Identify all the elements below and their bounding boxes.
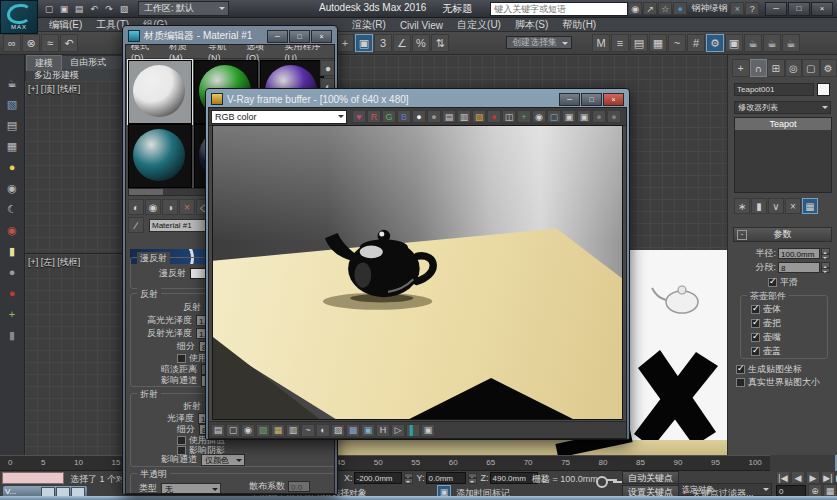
red-channel-icon[interactable]: R <box>367 110 381 123</box>
project-folder-icon[interactable]: ▧ <box>117 2 131 15</box>
user-icon[interactable]: ● <box>673 2 687 15</box>
vfb-titlebar[interactable]: V-Ray frame buffer - [100% of 640 x 480]… <box>208 91 627 107</box>
object-name-field[interactable]: Teapot001 <box>734 83 814 96</box>
curve-editor-icon[interactable]: ~ <box>668 34 686 52</box>
stack-item-teapot[interactable]: Teapot <box>735 118 831 130</box>
maximize-button[interactable]: □ <box>788 2 810 16</box>
configure-modifier-sets-icon[interactable]: ▦ <box>802 198 818 214</box>
layer-manager-icon[interactable]: ▤ <box>630 34 648 52</box>
modifier-list-dropdown[interactable]: 修改器列表 <box>734 101 831 114</box>
image-info-icon[interactable]: ▤ <box>211 424 225 437</box>
radius-spinner[interactable] <box>821 248 830 259</box>
new-scene-icon[interactable]: ▢ <box>42 2 56 15</box>
vfb-close-button[interactable]: × <box>603 93 624 106</box>
track-bar[interactable]: 0510152025303540455055606570758085909510… <box>0 455 770 471</box>
tab-display[interactable]: ▢ <box>802 59 820 77</box>
track-mouse-icon[interactable]: + <box>517 110 531 123</box>
stamp-icon[interactable]: ▢ <box>226 424 240 437</box>
remove-modifier-icon[interactable]: × <box>785 198 801 214</box>
menu-item[interactable]: Civil View <box>393 20 450 31</box>
named-selection-sets-combo[interactable]: 创建选择集 <box>506 36 572 49</box>
close-button[interactable]: × <box>811 2 833 16</box>
red-ball-icon[interactable]: ● <box>9 287 16 299</box>
vfb-maximize-button[interactable]: □ <box>581 93 602 106</box>
redo-icon[interactable]: ↷ <box>102 2 116 15</box>
object-color-swatch[interactable] <box>817 83 830 96</box>
unlink-selection-icon[interactable]: ⊗ <box>22 34 40 52</box>
sample-type-icon[interactable]: ● <box>320 60 335 76</box>
teapot-icon[interactable]: ☕ <box>7 77 17 89</box>
curves-icon[interactable]: ~ <box>301 424 315 437</box>
white-balance-icon[interactable]: ▦ <box>271 424 285 437</box>
search-icon[interactable]: ◉ <box>628 2 642 15</box>
blue-channel-icon[interactable]: B <box>397 110 411 123</box>
monochrome-icon[interactable]: ● <box>427 110 441 123</box>
render-vray-icon[interactable]: ☕ <box>782 34 800 52</box>
graphite-ribbon-icon[interactable]: ▦ <box>649 34 667 52</box>
show-end-result-icon[interactable]: ▮ <box>751 198 767 214</box>
auto-key-button[interactable]: 自动关键点 <box>622 471 679 484</box>
mirror-icon[interactable]: M <box>592 34 610 52</box>
menu-item[interactable]: 渲染(R) <box>345 18 393 32</box>
me-minimize-button[interactable]: ─ <box>267 30 288 43</box>
go-to-start-icon[interactable]: |◀ <box>776 471 790 484</box>
menu-item[interactable]: 编辑(E) <box>42 18 89 32</box>
help-icon[interactable]: ? <box>745 2 759 15</box>
green-channel-icon[interactable]: G <box>382 110 396 123</box>
parameters-rollout-header[interactable]: - 参数 <box>733 227 832 242</box>
exposure-icon[interactable]: ◐ <box>316 424 330 437</box>
align-icon[interactable]: ≡ <box>611 34 629 52</box>
select-and-place-icon[interactable]: ▣ <box>355 34 373 52</box>
save-file-icon[interactable]: ▤ <box>72 2 86 15</box>
menu-item[interactable]: 帮助(H) <box>555 18 603 32</box>
levels-icon[interactable]: ▥ <box>286 424 300 437</box>
alpha-channel-icon[interactable]: ● <box>412 110 426 123</box>
part-lid-checkbox[interactable] <box>751 347 760 356</box>
part-handle-checkbox[interactable] <box>751 319 760 328</box>
open-file-icon[interactable]: ▣ <box>57 2 71 15</box>
duplicate-to-host-icon[interactable]: ◫ <box>502 110 516 123</box>
cylinder-icon[interactable]: ▮ <box>9 329 15 341</box>
radius-field[interactable]: 100.0mm <box>778 248 820 259</box>
tab-create[interactable]: + <box>732 59 750 77</box>
put-to-scene-icon[interactable]: ◉ <box>145 199 161 215</box>
generate-uv-checkbox[interactable] <box>736 365 745 374</box>
vfb-channel-dropdown[interactable]: RGB color <box>211 110 347 124</box>
signed-in-username[interactable]: 钢神绿钢 <box>691 2 727 15</box>
ocio-icon[interactable]: ▷ <box>391 424 405 437</box>
save-all-channels-icon[interactable]: ▥ <box>457 110 471 123</box>
region-render-icon[interactable]: ▢ <box>547 110 561 123</box>
reset-map-icon[interactable]: × <box>179 199 195 215</box>
segments-field[interactable]: 8 <box>778 262 820 273</box>
camera-icon[interactable]: ◉ <box>7 182 17 194</box>
mini-minimize-icon[interactable] <box>41 487 55 497</box>
prev-frame-icon[interactable]: ◀ <box>791 471 805 484</box>
search-input[interactable] <box>490 2 628 16</box>
sample-slot-4[interactable] <box>128 124 192 188</box>
menu-item[interactable]: 自定义(U) <box>450 18 508 32</box>
maxscript-mini-listener[interactable] <box>2 472 64 484</box>
make-unique-icon[interactable]: ∨ <box>768 198 784 214</box>
real-world-checkbox[interactable] <box>736 378 745 387</box>
y-field[interactable]: 0.0mm <box>426 472 466 484</box>
pixel-info-icon[interactable]: ◉ <box>241 424 255 437</box>
scatter-field[interactable]: 0.0 <box>288 481 310 492</box>
lut-icon[interactable]: ▩ <box>346 424 360 437</box>
z-field[interactable]: 490.0mm <box>490 472 538 484</box>
undo-icon[interactable]: ↶ <box>87 2 101 15</box>
workspace-combo[interactable]: 工作区: 默认 <box>138 1 229 16</box>
me-close-button[interactable]: × <box>311 30 332 43</box>
slot-scrollbar-thumb[interactable] <box>129 189 163 195</box>
render-iterative-icon[interactable]: ☕ <box>763 34 781 52</box>
rgb-stripes-icon[interactable]: ▌ <box>406 424 420 437</box>
set-key-icon[interactable] <box>596 475 618 485</box>
max-logo[interactable]: MAX <box>0 0 38 34</box>
bind-to-spacewarp-icon[interactable]: ≈ <box>41 34 59 52</box>
sphere-icon[interactable]: ● <box>9 266 16 278</box>
stereo-right-icon[interactable]: ● <box>607 110 621 123</box>
table-icon[interactable]: ▦ <box>7 140 17 152</box>
mini-restore-icon[interactable] <box>56 487 70 497</box>
vfb-help-icon[interactable]: ▣ <box>421 424 435 437</box>
play-icon[interactable]: ▶ <box>806 471 820 484</box>
moon-icon[interactable]: ☾ <box>7 203 17 215</box>
